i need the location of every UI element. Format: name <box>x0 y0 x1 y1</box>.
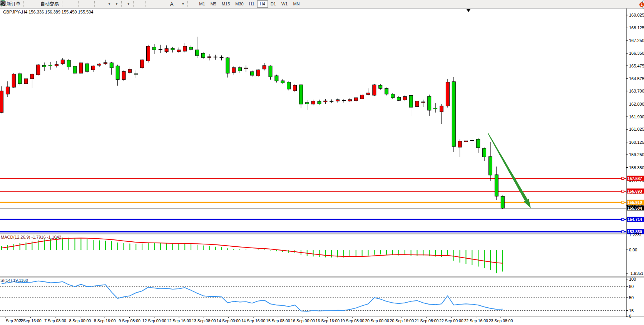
candle[interactable] <box>220 57 223 58</box>
candle[interactable] <box>189 47 193 49</box>
hline-handle[interactable] <box>622 201 624 204</box>
time-axis-label: 6 Sep 16:00 <box>20 318 42 323</box>
candle[interactable] <box>18 74 22 84</box>
candle[interactable] <box>141 60 144 68</box>
candle[interactable] <box>366 93 370 94</box>
hline-handle[interactable] <box>622 190 624 192</box>
candle[interactable] <box>305 103 309 104</box>
candle[interactable] <box>409 95 413 107</box>
time-axis-label: 16 Sep 16:00 <box>316 318 340 323</box>
candle[interactable] <box>428 96 431 110</box>
candle[interactable] <box>165 49 168 52</box>
candle[interactable] <box>122 71 125 79</box>
macd-tick-label: 0.00 <box>629 248 637 252</box>
candle[interactable] <box>391 94 395 98</box>
candle[interactable] <box>318 101 321 104</box>
candle[interactable] <box>354 98 358 101</box>
candle[interactable] <box>171 48 174 50</box>
candle[interactable] <box>30 74 34 79</box>
candle[interactable] <box>147 46 150 61</box>
candle[interactable] <box>470 140 474 141</box>
candle[interactable] <box>434 108 437 109</box>
candle[interactable] <box>159 49 162 50</box>
candle[interactable] <box>446 82 449 106</box>
candle[interactable] <box>226 58 229 73</box>
candle[interactable] <box>61 60 64 64</box>
candle[interactable] <box>244 68 248 68</box>
candle[interactable] <box>98 64 101 65</box>
chart-canvas[interactable]: 169.025168.125167.250166.350165.475164.5… <box>0 0 644 325</box>
candle[interactable] <box>134 74 138 74</box>
candle[interactable] <box>373 85 376 95</box>
candle[interactable] <box>79 63 83 73</box>
candle[interactable] <box>495 175 498 196</box>
candle[interactable] <box>238 67 242 71</box>
candle[interactable] <box>489 157 492 175</box>
arrow-object-shaft[interactable] <box>488 133 527 201</box>
candle[interactable] <box>452 82 455 147</box>
candle[interactable] <box>250 72 254 75</box>
candle[interactable] <box>104 62 107 64</box>
macd-tick-label: 1.2231 <box>629 232 642 237</box>
candle[interactable] <box>311 101 315 104</box>
candle[interactable] <box>128 69 132 72</box>
candle[interactable] <box>37 65 40 75</box>
candle[interactable] <box>415 101 419 106</box>
time-axis-label: 9 Sep 08:00 <box>119 318 141 323</box>
candle[interactable] <box>256 70 260 76</box>
candle[interactable] <box>379 85 382 88</box>
candle[interactable] <box>73 66 77 73</box>
candle[interactable] <box>67 60 70 67</box>
candle[interactable] <box>24 79 28 84</box>
candle[interactable] <box>397 97 400 100</box>
candle[interactable] <box>269 66 272 77</box>
candle[interactable] <box>483 148 486 157</box>
candle[interactable] <box>92 66 95 70</box>
price-tick-label: 164.575 <box>629 76 644 81</box>
candle[interactable] <box>360 95 364 99</box>
price-badge-label: 155.910 <box>627 200 642 205</box>
candle[interactable] <box>12 74 15 87</box>
candle[interactable] <box>196 50 199 56</box>
chart-marker-icon <box>467 9 470 12</box>
candle[interactable] <box>85 64 89 71</box>
candle[interactable] <box>263 66 266 69</box>
candle[interactable] <box>55 64 58 66</box>
candle[interactable] <box>342 100 346 101</box>
candle[interactable] <box>464 141 468 142</box>
candle[interactable] <box>440 106 443 112</box>
candle[interactable] <box>501 196 504 208</box>
candle[interactable] <box>214 57 217 57</box>
candle[interactable] <box>287 82 291 89</box>
candle[interactable] <box>293 85 297 91</box>
candle[interactable] <box>422 102 425 103</box>
candle[interactable] <box>324 101 327 102</box>
candle[interactable] <box>348 99 351 101</box>
time-axis-label: 7 Sep 08:00 <box>44 318 66 323</box>
candle[interactable] <box>275 76 278 81</box>
candle[interactable] <box>232 67 236 72</box>
candle[interactable] <box>183 46 187 51</box>
candle[interactable] <box>49 65 52 66</box>
candle[interactable] <box>152 47 156 50</box>
candle[interactable] <box>477 139 480 148</box>
hline-handle[interactable] <box>622 231 624 233</box>
candle[interactable] <box>110 63 113 68</box>
candle[interactable] <box>6 87 9 94</box>
candle[interactable] <box>177 50 181 52</box>
hline-handle[interactable] <box>622 177 624 180</box>
candle[interactable] <box>0 91 3 113</box>
candle[interactable] <box>330 101 333 101</box>
candle[interactable] <box>336 100 340 101</box>
candle[interactable] <box>116 66 119 79</box>
candle[interactable] <box>281 81 284 83</box>
candle[interactable] <box>207 57 211 57</box>
candle[interactable] <box>385 88 388 94</box>
candle[interactable] <box>43 65 46 67</box>
hline-handle[interactable] <box>622 218 624 221</box>
candle[interactable] <box>201 53 205 57</box>
candle[interactable] <box>458 141 462 147</box>
candle[interactable] <box>299 85 303 104</box>
candle[interactable] <box>403 96 406 100</box>
price-tick-label: 160.125 <box>629 140 644 145</box>
